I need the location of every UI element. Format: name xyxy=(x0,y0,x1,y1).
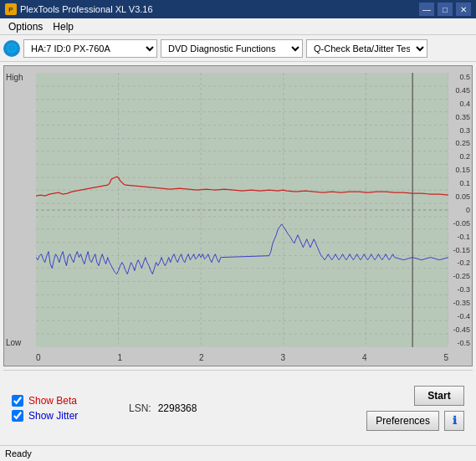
lsn-value: 2298368 xyxy=(158,402,197,414)
show-beta-checkbox-label[interactable]: Show Beta xyxy=(12,395,112,407)
chart-plot xyxy=(36,73,448,347)
bottom-panel: Show Beta Show Jitter LSN: 2298368 Start… xyxy=(3,370,473,445)
info-button[interactable]: ℹ xyxy=(444,411,464,431)
lsn-area: LSN: 2298368 xyxy=(129,402,197,414)
y-axis-labels: 0.5 0.45 0.4 0.35 0.3 0.25 0.2 0.15 0.1 … xyxy=(448,73,470,347)
app-icon: P xyxy=(5,3,17,15)
chart-label-high: High xyxy=(6,73,23,82)
show-jitter-checkbox[interactable] xyxy=(12,410,23,422)
window-controls: — □ ✕ xyxy=(419,3,471,16)
title-bar: P PlexTools Professional XL V3.16 — □ ✕ xyxy=(0,0,476,18)
function-select[interactable]: DVD Diagnostic Functions xyxy=(161,39,303,58)
drive-select[interactable]: HA:7 ID:0 PX-760A xyxy=(23,39,157,58)
chart-area: High Low 0.5 0.45 0.4 0.35 0.3 0.25 0.2 … xyxy=(3,65,473,366)
checkboxes-area: Show Beta Show Jitter xyxy=(12,395,112,422)
window-title: PlexTools Professional XL V3.16 xyxy=(20,4,419,14)
x-axis-labels: 0 1 2 3 4 5 xyxy=(36,353,448,362)
test-select[interactable]: Q-Check Beta/Jitter Test xyxy=(306,39,427,58)
maximize-button[interactable]: □ xyxy=(438,3,453,16)
toolbar: 🌐 HA:7 ID:0 PX-760A DVD Diagnostic Funct… xyxy=(0,35,476,62)
close-button[interactable]: ✕ xyxy=(456,3,471,16)
lsn-row: LSN: 2298368 xyxy=(129,402,197,414)
menu-options[interactable]: Options xyxy=(3,19,48,34)
show-beta-checkbox[interactable] xyxy=(12,395,23,407)
chart-svg xyxy=(36,73,448,347)
menu-help[interactable]: Help xyxy=(48,19,79,34)
globe-icon: 🌐 xyxy=(3,40,20,57)
bottom-buttons: Start Preferences ℹ xyxy=(366,386,464,431)
start-button[interactable]: Start xyxy=(414,386,464,406)
status-text: Ready xyxy=(5,448,32,458)
show-jitter-checkbox-label[interactable]: Show Jitter xyxy=(12,410,112,422)
lsn-label: LSN: xyxy=(129,402,151,414)
status-bar: Ready xyxy=(0,445,476,460)
bottom-buttons-row: Preferences ℹ xyxy=(366,411,464,431)
preferences-button[interactable]: Preferences xyxy=(366,411,439,431)
minimize-button[interactable]: — xyxy=(419,3,434,16)
show-beta-label: Show Beta xyxy=(28,395,77,407)
chart-label-low: Low xyxy=(6,338,21,347)
show-jitter-label: Show Jitter xyxy=(28,410,78,422)
menu-bar: Options Help xyxy=(0,18,476,35)
